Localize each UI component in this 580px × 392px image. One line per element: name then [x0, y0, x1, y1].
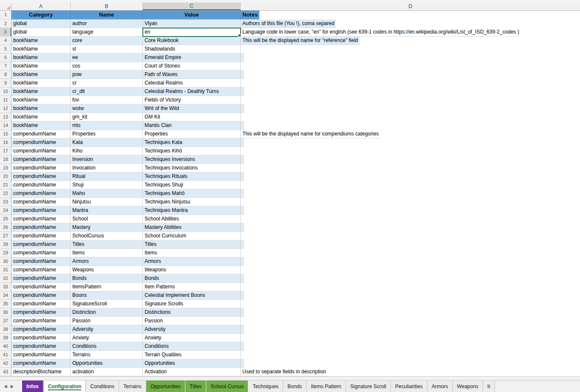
- cell-C1[interactable]: Value: [143, 11, 241, 20]
- cell-C31[interactable]: Weapons: [143, 266, 241, 274]
- sheet-tab-it[interactable]: It: [483, 381, 495, 392]
- cell-B8[interactable]: pow: [71, 71, 143, 79]
- cell-A6[interactable]: bookName: [11, 54, 71, 62]
- cell-D42[interactable]: [241, 359, 244, 368]
- cell-D33[interactable]: [241, 283, 244, 291]
- cell-D12[interactable]: [241, 104, 244, 113]
- cell-A12[interactable]: bookName: [11, 104, 71, 113]
- cell-D15[interactable]: This will be the displayed name for comp…: [241, 130, 381, 138]
- cell-A16[interactable]: compendiumName: [11, 138, 71, 147]
- cell-A26[interactable]: compendiumName: [11, 223, 71, 232]
- cell-B15[interactable]: Properties: [71, 130, 143, 138]
- cell-C19[interactable]: Techniques Invocations: [143, 164, 241, 172]
- cell-C9[interactable]: Celestial Realms: [143, 79, 241, 87]
- cell-A17[interactable]: compendiumName: [11, 147, 71, 155]
- cell-A14[interactable]: bookName: [11, 121, 71, 130]
- row-header-6[interactable]: 6: [0, 54, 11, 62]
- row-header-17[interactable]: 17: [0, 147, 11, 155]
- column-header-D[interactable]: D: [241, 3, 580, 10]
- row-header-35[interactable]: 35: [0, 300, 11, 308]
- cell-A41[interactable]: compendiumName: [11, 351, 71, 359]
- cell-B29[interactable]: Items: [71, 249, 143, 257]
- cell-D2[interactable]: Authors of this file (You !), coma separ…: [241, 20, 336, 28]
- cell-A7[interactable]: bookName: [11, 62, 71, 71]
- row-header-10[interactable]: 10: [0, 87, 11, 96]
- cell-C40[interactable]: Conditions: [143, 342, 241, 351]
- cell-B9[interactable]: cr: [71, 79, 143, 87]
- cell-B21[interactable]: Shuji: [71, 181, 143, 189]
- cell-D22[interactable]: [241, 189, 244, 198]
- cell-D27[interactable]: [241, 232, 244, 240]
- row-header-27[interactable]: 27: [0, 232, 11, 240]
- row-header-40[interactable]: 40: [0, 342, 11, 351]
- cell-C24[interactable]: Techniques Mantra: [143, 206, 241, 215]
- row-header-34[interactable]: 34: [0, 291, 11, 300]
- cell-B41[interactable]: Terrains: [71, 351, 143, 359]
- cell-A9[interactable]: bookName: [11, 79, 71, 87]
- row-header-28[interactable]: 28: [0, 240, 11, 249]
- row-header-16[interactable]: 16: [0, 138, 11, 147]
- cell-D37[interactable]: [241, 317, 244, 325]
- row-header-3[interactable]: 3: [0, 28, 11, 37]
- cell-B18[interactable]: Inversion: [71, 155, 143, 164]
- row-header-32[interactable]: 32: [0, 274, 11, 283]
- cell-D18[interactable]: [241, 155, 244, 164]
- cell-A30[interactable]: compendiumName: [11, 257, 71, 266]
- cell-D5[interactable]: [241, 45, 244, 54]
- cell-C38[interactable]: Adversity: [143, 325, 241, 334]
- cell-A38[interactable]: compendiumName: [11, 325, 71, 334]
- prev-sheet-icon[interactable]: ◀: [4, 384, 7, 389]
- cell-D39[interactable]: [241, 334, 244, 342]
- cell-C26[interactable]: Mastery Abilities: [143, 223, 241, 232]
- row-header-36[interactable]: 36: [0, 308, 11, 317]
- cell-C42[interactable]: Opportunities: [143, 359, 241, 368]
- cell-A22[interactable]: compendiumName: [11, 189, 71, 198]
- cell-B37[interactable]: Passion: [71, 317, 143, 325]
- cell-A40[interactable]: compendiumName: [11, 342, 71, 351]
- cell-B36[interactable]: Distinction: [71, 308, 143, 317]
- cell-D23[interactable]: [241, 198, 244, 206]
- cell-A4[interactable]: bookName: [11, 37, 71, 45]
- row-header-24[interactable]: 24: [0, 206, 11, 215]
- row-header-29[interactable]: 29: [0, 249, 11, 257]
- cell-C16[interactable]: Techniques Kata: [143, 138, 241, 147]
- cell-A39[interactable]: compendiumName: [11, 334, 71, 342]
- row-header-25[interactable]: 25: [0, 215, 11, 223]
- cell-C39[interactable]: Anxiety: [143, 334, 241, 342]
- cell-B34[interactable]: Boons: [71, 291, 143, 300]
- cell-A2[interactable]: global: [11, 20, 71, 28]
- row-header-2[interactable]: 2: [0, 20, 11, 28]
- cell-C5[interactable]: Shadowlands: [143, 45, 241, 54]
- sheet-tab-configuration[interactable]: Configuration: [43, 381, 86, 392]
- cell-A31[interactable]: compendiumName: [11, 266, 71, 274]
- cell-D24[interactable]: [241, 206, 244, 215]
- cell-C7[interactable]: Court of Stones: [143, 62, 241, 71]
- row-header-14[interactable]: 14: [0, 121, 11, 130]
- cell-C23[interactable]: Techniques Ninjutsu: [143, 198, 241, 206]
- cell-D31[interactable]: [241, 266, 244, 274]
- cell-A19[interactable]: compendiumName: [11, 164, 71, 172]
- cell-A18[interactable]: compendiumName: [11, 155, 71, 164]
- sheet-tab-school-cursus[interactable]: School Cursus: [206, 381, 248, 392]
- row-header-22[interactable]: 22: [0, 189, 11, 198]
- row-header-26[interactable]: 26: [0, 223, 11, 232]
- cell-D19[interactable]: [241, 164, 244, 172]
- cell-C14[interactable]: Mantis Clan: [143, 121, 241, 130]
- cell-C43[interactable]: Activation: [143, 368, 241, 376]
- cell-B43[interactable]: activation: [71, 368, 143, 376]
- cell-D13[interactable]: [241, 113, 244, 121]
- cell-C12[interactable]: Writ of the Wild: [143, 104, 241, 113]
- sheet-tab-signature-scroll[interactable]: Signature Scroll: [346, 381, 391, 392]
- cell-B19[interactable]: Invocation: [71, 164, 143, 172]
- next-sheet-icon[interactable]: ▶: [11, 384, 14, 389]
- cell-A15[interactable]: compendiumName: [11, 130, 71, 138]
- row-header-33[interactable]: 33: [0, 283, 11, 291]
- cell-B4[interactable]: core: [71, 37, 143, 45]
- cell-A36[interactable]: compendiumName: [11, 308, 71, 317]
- cell-B13[interactable]: gm_kit: [71, 113, 143, 121]
- cell-B32[interactable]: Bonds: [71, 274, 143, 283]
- cell-D8[interactable]: [241, 71, 244, 79]
- sheet-tab-conditions[interactable]: Conditions: [86, 381, 119, 392]
- cell-B3[interactable]: language: [71, 28, 143, 37]
- cell-B14[interactable]: mts: [71, 121, 143, 130]
